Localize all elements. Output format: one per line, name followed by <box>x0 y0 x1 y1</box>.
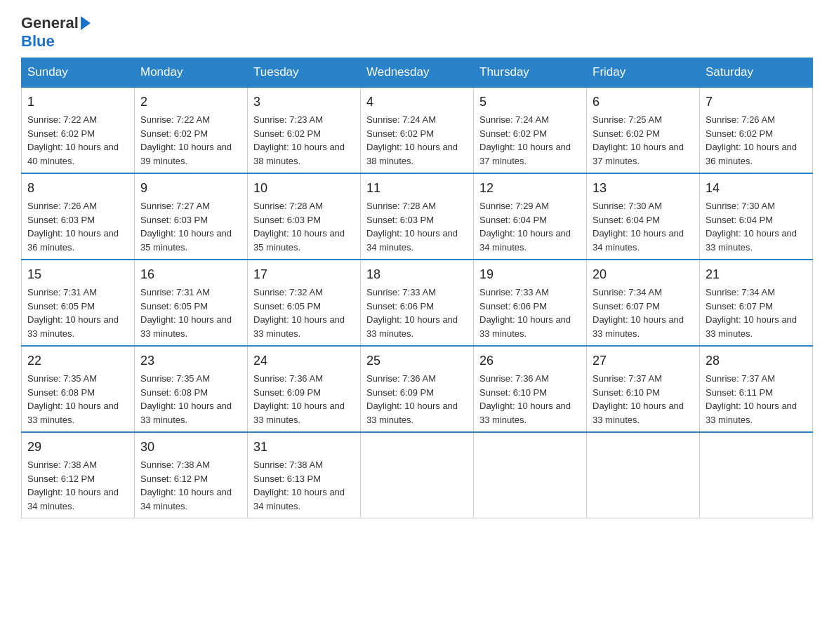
day-number: 6 <box>593 93 694 112</box>
calendar-cell: 4 Sunrise: 7:24 AMSunset: 6:02 PMDayligh… <box>361 87 474 173</box>
calendar-cell <box>474 432 587 518</box>
day-info: Sunrise: 7:37 AMSunset: 6:10 PMDaylight:… <box>593 373 684 425</box>
day-number: 25 <box>366 351 468 370</box>
calendar-cell: 23 Sunrise: 7:35 AMSunset: 6:08 PMDaylig… <box>135 346 248 432</box>
day-info: Sunrise: 7:30 AMSunset: 6:04 PMDaylight:… <box>706 201 797 253</box>
calendar-cell: 19 Sunrise: 7:33 AMSunset: 6:06 PMDaylig… <box>474 260 587 346</box>
day-info: Sunrise: 7:24 AMSunset: 6:02 PMDaylight:… <box>479 114 571 166</box>
calendar-cell: 27 Sunrise: 7:37 AMSunset: 6:10 PMDaylig… <box>587 346 700 432</box>
day-number: 12 <box>479 179 581 198</box>
day-info: Sunrise: 7:34 AMSunset: 6:07 PMDaylight:… <box>593 287 684 339</box>
calendar-cell: 30 Sunrise: 7:38 AMSunset: 6:12 PMDaylig… <box>135 432 248 518</box>
calendar-table: SundayMondayTuesdayWednesdayThursdayFrid… <box>21 58 813 518</box>
day-info: Sunrise: 7:30 AMSunset: 6:04 PMDaylight:… <box>593 201 684 253</box>
day-info: Sunrise: 7:27 AMSunset: 6:03 PMDaylight:… <box>140 201 232 253</box>
calendar-cell: 10 Sunrise: 7:28 AMSunset: 6:03 PMDaylig… <box>248 173 361 260</box>
day-info: Sunrise: 7:38 AMSunset: 6:12 PMDaylight:… <box>140 459 232 511</box>
calendar-cell: 17 Sunrise: 7:32 AMSunset: 6:05 PMDaylig… <box>248 260 361 346</box>
day-number: 9 <box>140 179 241 198</box>
calendar-cell: 7 Sunrise: 7:26 AMSunset: 6:02 PMDayligh… <box>700 87 813 173</box>
day-number: 18 <box>366 265 468 284</box>
day-header-thursday: Thursday <box>474 58 587 88</box>
day-info: Sunrise: 7:35 AMSunset: 6:08 PMDaylight:… <box>27 373 119 425</box>
day-info: Sunrise: 7:26 AMSunset: 6:03 PMDaylight:… <box>27 201 119 253</box>
calendar-cell: 24 Sunrise: 7:36 AMSunset: 6:09 PMDaylig… <box>248 346 361 432</box>
day-info: Sunrise: 7:26 AMSunset: 6:02 PMDaylight:… <box>706 114 797 166</box>
day-number: 7 <box>706 93 807 112</box>
header: General Blue <box>21 14 813 51</box>
week-row-5: 29 Sunrise: 7:38 AMSunset: 6:12 PMDaylig… <box>22 432 813 518</box>
day-info: Sunrise: 7:23 AMSunset: 6:02 PMDaylight:… <box>253 114 345 166</box>
day-number: 2 <box>140 93 241 112</box>
calendar-cell: 6 Sunrise: 7:25 AMSunset: 6:02 PMDayligh… <box>587 87 700 173</box>
day-number: 31 <box>253 438 355 457</box>
calendar-cell: 14 Sunrise: 7:30 AMSunset: 6:04 PMDaylig… <box>700 173 813 260</box>
day-info: Sunrise: 7:31 AMSunset: 6:05 PMDaylight:… <box>140 287 232 339</box>
logo-text-general: General <box>21 14 79 32</box>
day-info: Sunrise: 7:22 AMSunset: 6:02 PMDaylight:… <box>27 114 119 166</box>
calendar-cell: 9 Sunrise: 7:27 AMSunset: 6:03 PMDayligh… <box>135 173 248 260</box>
calendar-cell: 12 Sunrise: 7:29 AMSunset: 6:04 PMDaylig… <box>474 173 587 260</box>
day-header-saturday: Saturday <box>700 58 813 88</box>
calendar-cell <box>361 432 474 518</box>
calendar-cell: 15 Sunrise: 7:31 AMSunset: 6:05 PMDaylig… <box>22 260 135 346</box>
day-info: Sunrise: 7:38 AMSunset: 6:13 PMDaylight:… <box>253 459 345 511</box>
calendar-cell: 22 Sunrise: 7:35 AMSunset: 6:08 PMDaylig… <box>22 346 135 432</box>
day-info: Sunrise: 7:34 AMSunset: 6:07 PMDaylight:… <box>706 287 797 339</box>
calendar-cell: 13 Sunrise: 7:30 AMSunset: 6:04 PMDaylig… <box>587 173 700 260</box>
calendar-cell: 21 Sunrise: 7:34 AMSunset: 6:07 PMDaylig… <box>700 260 813 346</box>
calendar-cell: 26 Sunrise: 7:36 AMSunset: 6:10 PMDaylig… <box>474 346 587 432</box>
logo: General Blue <box>21 14 92 51</box>
day-info: Sunrise: 7:33 AMSunset: 6:06 PMDaylight:… <box>479 287 571 339</box>
logo-text-blue: Blue <box>21 32 55 50</box>
page: General Blue SundayMondayTuesdayWednesda… <box>0 0 834 532</box>
day-number: 1 <box>27 93 128 112</box>
day-number: 8 <box>27 179 128 198</box>
day-number: 15 <box>27 265 128 284</box>
day-header-tuesday: Tuesday <box>248 58 361 88</box>
day-info: Sunrise: 7:28 AMSunset: 6:03 PMDaylight:… <box>253 201 345 253</box>
day-info: Sunrise: 7:33 AMSunset: 6:06 PMDaylight:… <box>366 287 458 339</box>
calendar-cell: 29 Sunrise: 7:38 AMSunset: 6:12 PMDaylig… <box>22 432 135 518</box>
day-info: Sunrise: 7:35 AMSunset: 6:08 PMDaylight:… <box>140 373 232 425</box>
day-number: 21 <box>706 265 807 284</box>
day-number: 27 <box>593 351 694 370</box>
logo-triangle-icon <box>81 16 91 30</box>
calendar-cell: 28 Sunrise: 7:37 AMSunset: 6:11 PMDaylig… <box>700 346 813 432</box>
week-row-1: 1 Sunrise: 7:22 AMSunset: 6:02 PMDayligh… <box>22 87 813 173</box>
calendar-cell: 18 Sunrise: 7:33 AMSunset: 6:06 PMDaylig… <box>361 260 474 346</box>
day-number: 16 <box>140 265 241 284</box>
day-number: 28 <box>706 351 807 370</box>
day-header-monday: Monday <box>135 58 248 88</box>
day-header-friday: Friday <box>587 58 700 88</box>
day-number: 26 <box>479 351 581 370</box>
day-info: Sunrise: 7:36 AMSunset: 6:09 PMDaylight:… <box>253 373 345 425</box>
calendar-cell <box>587 432 700 518</box>
day-info: Sunrise: 7:36 AMSunset: 6:09 PMDaylight:… <box>366 373 458 425</box>
day-info: Sunrise: 7:24 AMSunset: 6:02 PMDaylight:… <box>366 114 458 166</box>
day-info: Sunrise: 7:28 AMSunset: 6:03 PMDaylight:… <box>366 201 458 253</box>
day-number: 19 <box>479 265 581 284</box>
calendar-cell: 2 Sunrise: 7:22 AMSunset: 6:02 PMDayligh… <box>135 87 248 173</box>
day-info: Sunrise: 7:32 AMSunset: 6:05 PMDaylight:… <box>253 287 345 339</box>
calendar-cell: 11 Sunrise: 7:28 AMSunset: 6:03 PMDaylig… <box>361 173 474 260</box>
day-info: Sunrise: 7:29 AMSunset: 6:04 PMDaylight:… <box>479 201 571 253</box>
day-number: 24 <box>253 351 355 370</box>
day-number: 13 <box>593 179 694 198</box>
day-number: 4 <box>366 93 468 112</box>
calendar-cell: 20 Sunrise: 7:34 AMSunset: 6:07 PMDaylig… <box>587 260 700 346</box>
day-info: Sunrise: 7:38 AMSunset: 6:12 PMDaylight:… <box>27 459 119 511</box>
day-number: 10 <box>253 179 355 198</box>
day-number: 23 <box>140 351 241 370</box>
calendar-cell: 3 Sunrise: 7:23 AMSunset: 6:02 PMDayligh… <box>248 87 361 173</box>
calendar-cell: 5 Sunrise: 7:24 AMSunset: 6:02 PMDayligh… <box>474 87 587 173</box>
day-info: Sunrise: 7:37 AMSunset: 6:11 PMDaylight:… <box>706 373 797 425</box>
calendar-cell: 8 Sunrise: 7:26 AMSunset: 6:03 PMDayligh… <box>22 173 135 260</box>
day-number: 30 <box>140 438 241 457</box>
calendar-cell: 31 Sunrise: 7:38 AMSunset: 6:13 PMDaylig… <box>248 432 361 518</box>
day-number: 14 <box>706 179 807 198</box>
calendar-cell: 1 Sunrise: 7:22 AMSunset: 6:02 PMDayligh… <box>22 87 135 173</box>
day-number: 22 <box>27 351 128 370</box>
day-number: 11 <box>366 179 468 198</box>
day-number: 17 <box>253 265 355 284</box>
